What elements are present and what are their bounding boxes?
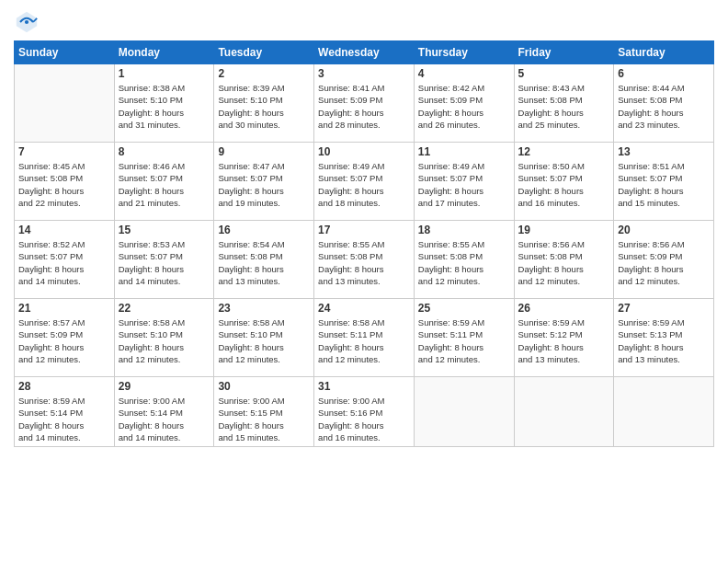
calendar-cell: 28Sunrise: 8:59 AMSunset: 5:14 PMDayligh…	[15, 377, 115, 447]
day-number: 9	[218, 145, 310, 158]
day-info: Sunrise: 8:59 AMSunset: 5:11 PMDaylight:…	[418, 316, 510, 365]
calendar-cell: 7Sunrise: 8:45 AMSunset: 5:08 PMDaylight…	[15, 143, 115, 221]
day-number: 8	[119, 145, 210, 158]
day-info: Sunrise: 8:47 AMSunset: 5:07 PMDaylight:…	[218, 160, 310, 209]
day-number: 12	[518, 145, 610, 158]
calendar-cell	[614, 377, 714, 447]
day-number: 4	[418, 67, 510, 80]
calendar-cell: 22Sunrise: 8:58 AMSunset: 5:10 PMDayligh…	[114, 299, 214, 377]
day-info: Sunrise: 8:42 AMSunset: 5:09 PMDaylight:…	[418, 82, 510, 131]
calendar-cell: 4Sunrise: 8:42 AMSunset: 5:09 PMDaylight…	[414, 64, 514, 143]
day-info: Sunrise: 8:43 AMSunset: 5:08 PMDaylight:…	[518, 82, 610, 131]
day-number: 22	[119, 302, 210, 315]
calendar-cell: 21Sunrise: 8:57 AMSunset: 5:09 PMDayligh…	[15, 299, 115, 377]
day-number: 27	[618, 302, 710, 315]
calendar-cell: 24Sunrise: 8:58 AMSunset: 5:11 PMDayligh…	[314, 299, 415, 377]
day-number: 18	[418, 224, 510, 236]
calendar-header-row: SundayMondayTuesdayWednesdayThursdayFrid…	[15, 41, 714, 64]
day-info: Sunrise: 8:53 AMSunset: 5:07 PMDaylight:…	[119, 238, 210, 287]
calendar-week-row: 28Sunrise: 8:59 AMSunset: 5:14 PMDayligh…	[15, 377, 714, 447]
calendar-cell: 12Sunrise: 8:50 AMSunset: 5:07 PMDayligh…	[514, 143, 614, 221]
day-number: 31	[318, 380, 410, 393]
calendar-cell: 19Sunrise: 8:56 AMSunset: 5:08 PMDayligh…	[514, 221, 614, 299]
day-info: Sunrise: 8:52 AMSunset: 5:07 PMDaylight:…	[18, 238, 110, 287]
day-info: Sunrise: 8:56 AMSunset: 5:08 PMDaylight:…	[518, 238, 610, 287]
day-info: Sunrise: 8:55 AMSunset: 5:08 PMDaylight:…	[418, 238, 510, 287]
calendar-cell: 6Sunrise: 8:44 AMSunset: 5:08 PMDaylight…	[614, 64, 714, 143]
day-number: 13	[618, 145, 710, 158]
calendar-cell: 17Sunrise: 8:55 AMSunset: 5:08 PMDayligh…	[314, 221, 415, 299]
calendar-cell: 27Sunrise: 8:59 AMSunset: 5:13 PMDayligh…	[614, 299, 714, 377]
day-number: 7	[18, 145, 110, 158]
calendar-cell: 3Sunrise: 8:41 AMSunset: 5:09 PMDaylight…	[314, 64, 415, 143]
calendar-cell	[514, 377, 614, 447]
calendar-cell: 9Sunrise: 8:47 AMSunset: 5:07 PMDaylight…	[214, 143, 314, 221]
calendar-cell: 29Sunrise: 9:00 AMSunset: 5:14 PMDayligh…	[114, 377, 214, 447]
day-info: Sunrise: 9:00 AMSunset: 5:15 PMDaylight:…	[218, 395, 310, 443]
day-number: 17	[318, 224, 410, 236]
calendar-week-row: 1Sunrise: 8:38 AMSunset: 5:10 PMDaylight…	[15, 64, 714, 143]
day-info: Sunrise: 8:46 AMSunset: 5:07 PMDaylight:…	[119, 160, 210, 209]
day-number: 15	[119, 224, 210, 236]
calendar-cell: 5Sunrise: 8:43 AMSunset: 5:08 PMDaylight…	[514, 64, 614, 143]
day-info: Sunrise: 8:58 AMSunset: 5:11 PMDaylight:…	[318, 316, 410, 365]
day-number: 2	[218, 67, 310, 80]
calendar-cell	[414, 377, 514, 447]
day-number: 20	[618, 224, 710, 236]
logo-icon	[14, 9, 40, 35]
day-info: Sunrise: 8:54 AMSunset: 5:08 PMDaylight:…	[218, 238, 310, 287]
day-number: 21	[18, 302, 110, 315]
day-number: 23	[218, 302, 310, 315]
day-info: Sunrise: 8:58 AMSunset: 5:10 PMDaylight:…	[218, 316, 310, 365]
page: SundayMondayTuesdayWednesdayThursdayFrid…	[0, 0, 728, 563]
calendar-table: SundayMondayTuesdayWednesdayThursdayFrid…	[14, 40, 714, 447]
day-number: 25	[418, 302, 510, 315]
calendar-cell: 8Sunrise: 8:46 AMSunset: 5:07 PMDaylight…	[114, 143, 214, 221]
day-info: Sunrise: 8:50 AMSunset: 5:07 PMDaylight:…	[518, 160, 610, 209]
day-number: 19	[518, 224, 610, 236]
calendar-header-thursday: Thursday	[414, 41, 514, 64]
calendar-header-saturday: Saturday	[614, 41, 714, 64]
header	[14, 9, 714, 35]
day-number: 26	[518, 302, 610, 315]
calendar-cell: 18Sunrise: 8:55 AMSunset: 5:08 PMDayligh…	[414, 221, 514, 299]
day-info: Sunrise: 8:57 AMSunset: 5:09 PMDaylight:…	[18, 316, 110, 365]
day-number: 3	[318, 67, 410, 80]
day-number: 30	[218, 380, 310, 393]
day-info: Sunrise: 8:41 AMSunset: 5:09 PMDaylight:…	[318, 82, 410, 131]
day-number: 10	[318, 145, 410, 158]
day-info: Sunrise: 8:51 AMSunset: 5:07 PMDaylight:…	[618, 160, 710, 209]
calendar-cell: 25Sunrise: 8:59 AMSunset: 5:11 PMDayligh…	[414, 299, 514, 377]
svg-point-1	[25, 20, 28, 24]
calendar-header-monday: Monday	[114, 41, 214, 64]
day-info: Sunrise: 8:59 AMSunset: 5:12 PMDaylight:…	[518, 316, 610, 365]
calendar-header-friday: Friday	[514, 41, 614, 64]
day-info: Sunrise: 8:58 AMSunset: 5:10 PMDaylight:…	[119, 316, 210, 365]
day-info: Sunrise: 8:49 AMSunset: 5:07 PMDaylight:…	[318, 160, 410, 209]
calendar-cell: 23Sunrise: 8:58 AMSunset: 5:10 PMDayligh…	[214, 299, 314, 377]
day-info: Sunrise: 8:45 AMSunset: 5:08 PMDaylight:…	[18, 160, 110, 209]
day-info: Sunrise: 8:55 AMSunset: 5:08 PMDaylight:…	[318, 238, 410, 287]
calendar-week-row: 21Sunrise: 8:57 AMSunset: 5:09 PMDayligh…	[15, 299, 714, 377]
day-number: 24	[318, 302, 410, 315]
day-number: 28	[18, 380, 110, 393]
calendar-header-tuesday: Tuesday	[214, 41, 314, 64]
day-number: 14	[18, 224, 110, 236]
calendar-header-sunday: Sunday	[15, 41, 115, 64]
day-info: Sunrise: 9:00 AMSunset: 5:14 PMDaylight:…	[119, 395, 210, 443]
day-info: Sunrise: 8:59 AMSunset: 5:14 PMDaylight:…	[18, 395, 110, 443]
calendar-cell: 30Sunrise: 9:00 AMSunset: 5:15 PMDayligh…	[214, 377, 314, 447]
calendar-cell	[15, 64, 115, 143]
calendar-header-wednesday: Wednesday	[314, 41, 415, 64]
calendar-cell: 1Sunrise: 8:38 AMSunset: 5:10 PMDaylight…	[114, 64, 214, 143]
calendar-cell: 16Sunrise: 8:54 AMSunset: 5:08 PMDayligh…	[214, 221, 314, 299]
calendar-cell: 26Sunrise: 8:59 AMSunset: 5:12 PMDayligh…	[514, 299, 614, 377]
calendar-cell: 15Sunrise: 8:53 AMSunset: 5:07 PMDayligh…	[114, 221, 214, 299]
day-number: 16	[218, 224, 310, 236]
day-number: 1	[119, 67, 210, 80]
calendar-cell: 2Sunrise: 8:39 AMSunset: 5:10 PMDaylight…	[214, 64, 314, 143]
day-number: 6	[618, 67, 710, 80]
day-number: 29	[119, 380, 210, 393]
calendar-week-row: 7Sunrise: 8:45 AMSunset: 5:08 PMDaylight…	[15, 143, 714, 221]
day-info: Sunrise: 8:56 AMSunset: 5:09 PMDaylight:…	[618, 238, 710, 287]
